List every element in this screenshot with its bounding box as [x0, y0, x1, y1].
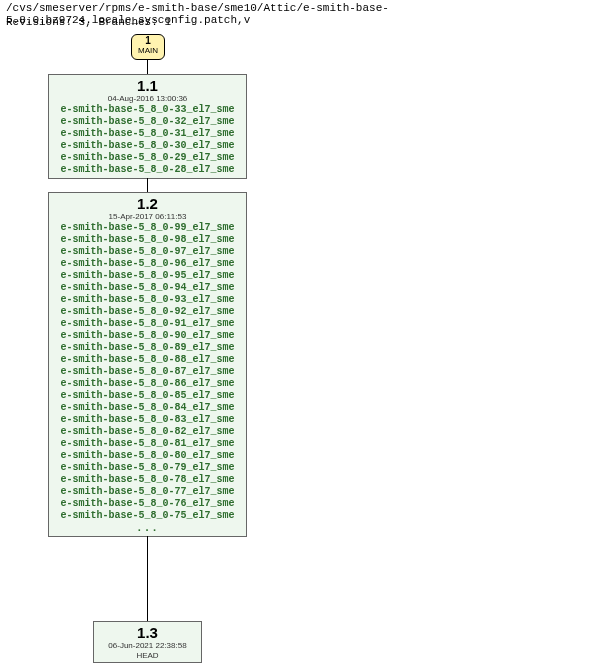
branch-main-label: 1 MAIN [131, 34, 165, 60]
tag-item: e-smith-base-5_8_0-90_el7_sme [55, 330, 240, 342]
tag-item: e-smith-base-5_8_0-93_el7_sme [55, 294, 240, 306]
tag-item: e-smith-base-5_8_0-92_el7_sme [55, 306, 240, 318]
tag-item: e-smith-base-5_8_0-94_el7_sme [55, 282, 240, 294]
connector-line [147, 60, 148, 74]
revision-node-1-2: 1.2 15-Apr-2017 06:11:53 e-smith-base-5_… [48, 192, 247, 537]
tag-item: e-smith-base-5_8_0-32_el7_sme [55, 116, 240, 128]
revision-date: 06-Jun-2021 22:38:58 [100, 641, 195, 650]
revision-node-1-3: 1.3 06-Jun-2021 22:38:58 HEAD [93, 621, 202, 663]
tag-item: e-smith-base-5_8_0-89_el7_sme [55, 342, 240, 354]
tag-item: e-smith-base-5_8_0-99_el7_sme [55, 222, 240, 234]
tag-item: e-smith-base-5_8_0-82_el7_sme [55, 426, 240, 438]
tag-item: e-smith-base-5_8_0-31_el7_sme [55, 128, 240, 140]
tag-item: e-smith-base-5_8_0-81_el7_sme [55, 438, 240, 450]
tag-item: e-smith-base-5_8_0-91_el7_sme [55, 318, 240, 330]
tag-item: e-smith-base-5_8_0-85_el7_sme [55, 390, 240, 402]
revision-date: 04-Aug-2016 13:00:36 [55, 94, 240, 103]
tag-item: e-smith-base-5_8_0-77_el7_sme [55, 486, 240, 498]
revision-date: 15-Apr-2017 06:11:53 [55, 212, 240, 221]
tag-item: e-smith-base-5_8_0-86_el7_sme [55, 378, 240, 390]
revisions-summary: Revisions: 3, Branches: 1 [6, 16, 171, 28]
connector-line [147, 178, 148, 192]
tag-item: e-smith-base-5_8_0-28_el7_sme [55, 164, 240, 176]
tag-item: e-smith-base-5_8_0-95_el7_sme [55, 270, 240, 282]
tag-item: e-smith-base-5_8_0-33_el7_sme [55, 104, 240, 116]
branch-name: MAIN [138, 47, 158, 55]
tag-item: e-smith-base-5_8_0-98_el7_sme [55, 234, 240, 246]
tag-item: e-smith-base-5_8_0-96_el7_sme [55, 258, 240, 270]
revision-tag-list: e-smith-base-5_8_0-33_el7_sme e-smith-ba… [55, 104, 240, 176]
tag-item: e-smith-base-5_8_0-30_el7_sme [55, 140, 240, 152]
tag-ellipsis: ... [55, 522, 240, 534]
tag-item: e-smith-base-5_8_0-87_el7_sme [55, 366, 240, 378]
tag-item: e-smith-base-5_8_0-80_el7_sme [55, 450, 240, 462]
tag-item: e-smith-base-5_8_0-76_el7_sme [55, 498, 240, 510]
connector-line [147, 536, 148, 621]
revision-number: 1.2 [55, 195, 240, 212]
tag-item: e-smith-base-5_8_0-84_el7_sme [55, 402, 240, 414]
revision-node-1-1: 1.1 04-Aug-2016 13:00:36 e-smith-base-5_… [48, 74, 247, 179]
revision-number: 1.3 [100, 624, 195, 641]
tag-item: e-smith-base-5_8_0-79_el7_sme [55, 462, 240, 474]
tag-item: e-smith-base-5_8_0-83_el7_sme [55, 414, 240, 426]
tag-item: e-smith-base-5_8_0-75_el7_sme [55, 510, 240, 522]
head-branch-tag: HEAD [100, 651, 195, 660]
branch-number: 1 [138, 36, 158, 47]
tag-item: e-smith-base-5_8_0-97_el7_sme [55, 246, 240, 258]
revision-tag-list: e-smith-base-5_8_0-99_el7_sme e-smith-ba… [55, 222, 240, 534]
diagram-canvas: /cvs/smeserver/rpms/e-smith-base/sme10/A… [0, 0, 590, 671]
tag-item: e-smith-base-5_8_0-29_el7_sme [55, 152, 240, 164]
tag-item: e-smith-base-5_8_0-88_el7_sme [55, 354, 240, 366]
revision-number: 1.1 [55, 77, 240, 94]
tag-item: e-smith-base-5_8_0-78_el7_sme [55, 474, 240, 486]
